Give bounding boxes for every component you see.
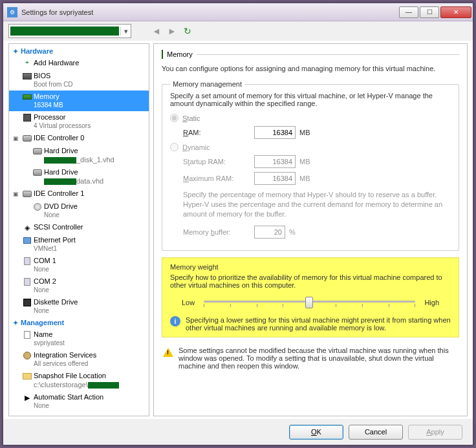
- settings-window: ⚙ Settings for svpriyatest — ☐ ✕ ▾ ◄ ► ↻…: [3, 3, 473, 445]
- nav-forward-button[interactable]: ►: [166, 25, 178, 37]
- static-radio-row: Static: [170, 114, 451, 122]
- dropdown-arrow-icon: ▾: [120, 27, 131, 36]
- serial-port-icon: [22, 277, 32, 287]
- memory-weight-text: Specify how to prioritize the availabili…: [170, 273, 451, 289]
- redacted-text: [44, 178, 76, 185]
- warning-row: Some settings cannot be modified because…: [162, 344, 459, 372]
- startup-ram-label: Startup RAM:: [183, 158, 254, 165]
- toolbar: ▾ ◄ ► ↻: [3, 21, 473, 41]
- management-section[interactable]: ✦ Management: [9, 317, 149, 328]
- minimize-button[interactable]: —: [399, 6, 418, 18]
- hdd-icon: [32, 146, 43, 156]
- memory-weight-title: Memory weight: [170, 263, 451, 271]
- hardware-section[interactable]: ✦ Hardware: [9, 45, 149, 57]
- tree-ide0-hd2[interactable]: Hard Drivedata.vhd: [9, 166, 149, 187]
- warning-icon: [163, 348, 173, 357]
- vm-selector-combo[interactable]: ▾: [8, 24, 131, 38]
- redacted-text: [88, 382, 119, 389]
- app-icon: ⚙: [7, 7, 17, 17]
- tree-dvd[interactable]: DVD DriveNone: [9, 200, 149, 221]
- warning-text: Some settings cannot be modified because…: [178, 347, 458, 370]
- nav-back-button[interactable]: ◄: [151, 25, 162, 37]
- serial-port-icon: [22, 256, 32, 266]
- hardware-heading: Hardware: [21, 47, 53, 55]
- pane-title: Memory: [167, 50, 193, 58]
- slider-high-label: High: [424, 299, 439, 306]
- expand-icon[interactable]: ▣: [13, 133, 21, 142]
- tree-ethernet[interactable]: Ethernet PortVMNet1: [9, 234, 149, 255]
- max-ram-unit: MB: [299, 175, 310, 182]
- integration-icon: [22, 350, 32, 361]
- memory-weight-slider[interactable]: [204, 297, 415, 308]
- weight-info-text: Specifying a lower setting for this virt…: [186, 316, 451, 332]
- memory-management-group: Memory management Specify a set amount o…: [162, 80, 459, 251]
- network-icon: [22, 235, 32, 246]
- tree-memory[interactable]: Memory16384 MB: [9, 91, 149, 111]
- tree-ide1[interactable]: ▣ IDE Controller 1: [9, 187, 149, 200]
- tree-diskette[interactable]: Diskette DriveNone: [9, 296, 149, 317]
- tree-name[interactable]: Namesvpriyatest: [9, 328, 149, 349]
- dynamic-radio: [170, 143, 178, 151]
- collapse-icon: ✦: [13, 48, 18, 55]
- settings-tree[interactable]: ✦ Hardware ⁺ Add Hardware BIOSBoot from …: [8, 43, 149, 416]
- details-pane: Memory You can configure options for ass…: [153, 43, 468, 416]
- memory-management-legend: Memory management: [170, 80, 244, 88]
- memory-management-text: Specify a set amount of memory for this …: [170, 92, 451, 107]
- startup-ram-unit: MB: [299, 158, 310, 165]
- ram-row: RAM: MB: [183, 126, 451, 139]
- dvd-icon: [32, 202, 43, 212]
- tree-add-hardware[interactable]: ⁺ Add Hardware: [9, 57, 149, 70]
- tree-scsi[interactable]: ◈ SCSI Controller: [9, 221, 149, 234]
- tree-snapshot[interactable]: Snapshot File Locationc:\clusterstorage\: [9, 370, 149, 391]
- floppy-icon: [22, 297, 32, 308]
- controller-icon: [22, 189, 32, 199]
- dialog-buttons: OK Cancel Apply: [3, 419, 473, 445]
- slider-low-label: Low: [182, 299, 195, 306]
- redacted-vm-name: [10, 27, 119, 36]
- ok-button[interactable]: OK: [289, 425, 343, 440]
- static-radio: [170, 114, 178, 122]
- max-ram-row: Maximum RAM: MB: [183, 172, 451, 185]
- apply-button: Apply: [408, 425, 462, 440]
- maximize-button[interactable]: ☐: [420, 6, 439, 18]
- add-icon: ⁺: [22, 58, 32, 69]
- ram-label: RAM:: [183, 129, 254, 136]
- window-title: Settings for svpriyatest: [21, 8, 399, 16]
- tree-integration[interactable]: Integration ServicesAll services offered: [9, 349, 149, 370]
- dynamic-radio-row: Dynamic: [170, 143, 451, 151]
- tree-com2[interactable]: COM 2None: [9, 275, 149, 296]
- redacted-text: [44, 157, 76, 164]
- tree-ide0[interactable]: ▣ IDE Controller 0: [9, 132, 149, 145]
- max-ram-input: [254, 172, 296, 185]
- tree-autostart[interactable]: ▶ Automatic Start ActionNone: [9, 391, 149, 412]
- tree-bios[interactable]: BIOSBoot from CD: [9, 70, 149, 91]
- scsi-icon: ◈: [22, 222, 32, 233]
- dynamic-label: Dynamic: [182, 144, 210, 151]
- titlebar: ⚙ Settings for svpriyatest — ☐ ✕: [3, 3, 473, 21]
- buffer-row: Memory buffer: %: [183, 226, 451, 239]
- tree-processor[interactable]: Processor4 Virtual processors: [9, 111, 149, 132]
- ram-input[interactable]: [254, 126, 296, 139]
- tree-com1[interactable]: COM 1None: [9, 255, 149, 275]
- name-icon: [22, 330, 32, 340]
- ram-unit: MB: [299, 129, 310, 136]
- info-icon: i: [170, 316, 180, 326]
- slider-thumb[interactable]: [305, 297, 313, 308]
- management-heading: Management: [21, 319, 64, 326]
- max-ram-label: Maximum RAM:: [183, 175, 254, 182]
- cancel-button[interactable]: Cancel: [349, 425, 403, 440]
- folder-icon: [22, 371, 32, 381]
- chip-icon: [22, 71, 32, 81]
- expand-icon[interactable]: ▣: [13, 189, 21, 197]
- buffer-label: Memory buffer:: [183, 228, 254, 236]
- memory-icon: [22, 92, 32, 102]
- tree-ide0-hd1[interactable]: Hard Drive_disk_1.vhd: [9, 145, 149, 166]
- buffer-unit: %: [289, 228, 296, 236]
- memory-weight-group: Memory weight Specify how to prioritize …: [162, 257, 459, 337]
- static-label: Static: [182, 114, 200, 122]
- cpu-icon: [22, 112, 32, 123]
- reserve-note: Specify the percentage of memory that Hy…: [183, 190, 451, 219]
- controller-icon: [22, 133, 32, 144]
- refresh-button[interactable]: ↻: [182, 25, 193, 37]
- close-button[interactable]: ✕: [440, 6, 471, 18]
